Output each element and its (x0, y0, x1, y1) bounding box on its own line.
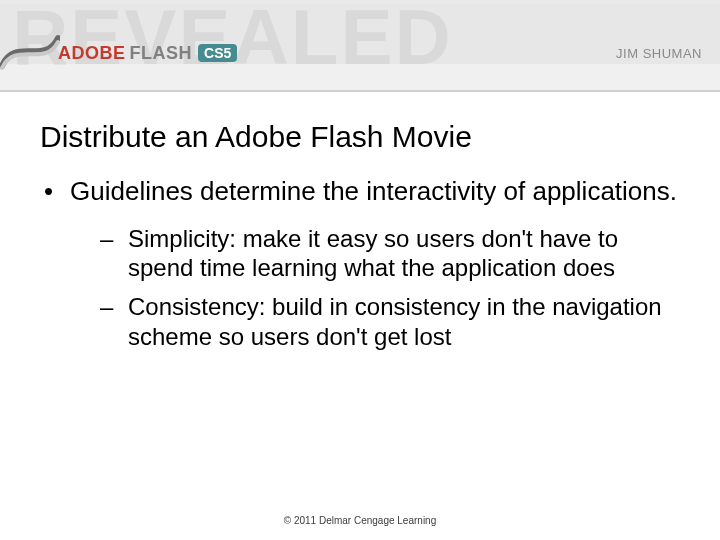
brand-adobe-text: ADOBE (58, 43, 126, 64)
version-badge: CS5 (198, 44, 237, 62)
brand-flash-text: FLASH (130, 43, 193, 64)
adobe-swoosh-icon (0, 26, 60, 76)
author-name: JIM SHUMAN (616, 46, 702, 61)
header-banner: REVEALED ADOBE FLASH CS5 JIM SHUMAN (0, 0, 720, 92)
bullet-level2: Consistency: build in consistency in the… (100, 292, 680, 351)
bullet-level2: Simplicity: make it easy so users don't … (100, 224, 680, 283)
bullet-level1: Guidelines determine the interactivity o… (40, 176, 680, 208)
footer-copyright: © 2011 Delmar Cengage Learning (0, 515, 720, 526)
slide-title: Distribute an Adobe Flash Movie (40, 120, 680, 154)
slide-content: Distribute an Adobe Flash Movie Guidelin… (0, 92, 720, 361)
brand-bar: ADOBE FLASH CS5 (0, 38, 720, 68)
sub-bullet-list: Simplicity: make it easy so users don't … (40, 224, 680, 351)
